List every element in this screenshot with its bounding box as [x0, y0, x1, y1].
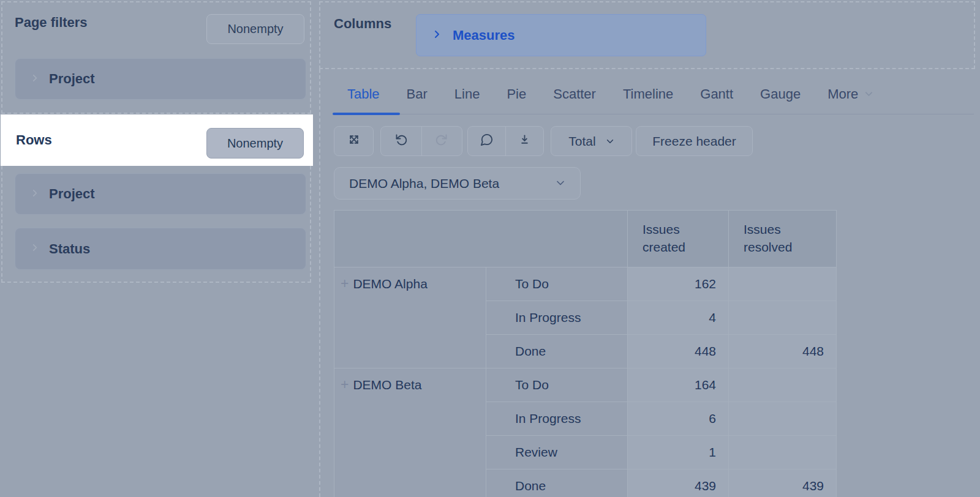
download-icon	[518, 133, 532, 150]
issues-resolved-value[interactable]	[729, 436, 837, 469]
tab-gauge[interactable]: Gauge	[760, 86, 801, 102]
page-filter-item-project[interactable]: Project	[15, 58, 306, 100]
tabs-track	[333, 114, 974, 114]
page-filters-dropzone: Page filters Nonempty Project	[1, 1, 311, 114]
expand-icon	[347, 132, 361, 150]
issues-created-value[interactable]: 164	[628, 368, 729, 402]
tab-scatter[interactable]: Scatter	[553, 86, 596, 102]
issues-created-value[interactable]: 162	[628, 267, 729, 301]
rows-dropzone: Project Status	[1, 166, 311, 283]
columns-item-measures[interactable]: Measures	[416, 14, 706, 56]
tab-line[interactable]: Line	[454, 86, 480, 102]
page-filter-value-dropdown[interactable]: DEMO Alpha, DEMO Beta	[334, 167, 581, 200]
history-button-group	[380, 126, 462, 156]
column-header-issues-created[interactable]: Issues created	[628, 211, 729, 267]
project-name: DEMO Alpha	[353, 277, 427, 291]
rows-title: Rows	[16, 132, 52, 148]
status-cell: Done	[486, 335, 628, 368]
chevron-down-icon	[606, 134, 614, 149]
project-cell[interactable]: +DEMO Alpha	[334, 267, 486, 368]
expand-plus-icon[interactable]: +	[341, 376, 349, 392]
issues-resolved-value[interactable]	[729, 301, 837, 335]
table-row: +DEMO BetaTo Do164	[334, 368, 837, 402]
column-header-issues-resolved[interactable]: Issues resolved	[729, 211, 837, 267]
status-cell: Review	[486, 436, 628, 469]
rows-nonempty-button[interactable]: Nonempty	[206, 128, 304, 159]
status-cell: In Progress	[486, 301, 628, 335]
chevron-down-icon	[864, 86, 873, 102]
rows-item-project[interactable]: Project	[15, 173, 306, 215]
project-name: DEMO Beta	[353, 378, 421, 392]
issues-created-value[interactable]: 6	[628, 402, 729, 436]
issues-resolved-value[interactable]	[729, 267, 837, 301]
undo-button[interactable]	[381, 127, 421, 155]
issues-resolved-value[interactable]: 439	[729, 469, 837, 497]
total-label: Total	[568, 134, 595, 149]
project-cell[interactable]: +DEMO Beta	[334, 368, 486, 497]
columns-title: Columns	[334, 16, 391, 32]
rows-section-highlight: Rows Nonempty	[1, 114, 313, 166]
columns-dropzone: Columns Measures	[319, 1, 975, 69]
tab-pie[interactable]: Pie	[507, 86, 526, 102]
tab-more-label: More	[827, 86, 858, 102]
view-tabs: Table Bar Line Pie Scatter Timeline Gant…	[347, 84, 873, 104]
expand-plus-icon[interactable]: +	[341, 275, 349, 291]
expand-button[interactable]	[334, 126, 374, 156]
chevron-right-icon	[432, 29, 442, 42]
dimension-label: Status	[49, 241, 90, 257]
status-cell: In Progress	[486, 402, 628, 436]
comment-button[interactable]	[468, 127, 505, 155]
share-button-group	[467, 126, 544, 156]
freeze-header-label: Freeze header	[652, 134, 736, 149]
chevron-down-icon	[556, 176, 565, 191]
status-cell: Done	[486, 469, 628, 497]
table-corner-cell	[334, 211, 628, 267]
issues-resolved-value[interactable]	[729, 402, 837, 436]
rows-item-status[interactable]: Status	[15, 228, 306, 270]
tab-table[interactable]: Table	[347, 86, 380, 102]
chevron-right-icon	[31, 189, 40, 200]
issues-created-value[interactable]: 1	[628, 436, 729, 469]
tab-bar[interactable]: Bar	[407, 86, 428, 102]
chevron-right-icon	[31, 73, 40, 85]
chevron-right-icon	[31, 243, 40, 255]
page-filters-title: Page filters	[15, 15, 88, 31]
dimension-label: Project	[49, 71, 95, 87]
issues-created-value[interactable]: 439	[628, 469, 729, 497]
table-header-row: Issues created Issues resolved	[334, 211, 837, 267]
redo-icon	[434, 132, 449, 150]
export-button[interactable]	[506, 127, 543, 155]
measures-label: Measures	[453, 28, 515, 43]
status-cell: To Do	[486, 267, 628, 301]
page-filters-nonempty-button[interactable]: Nonempty	[206, 14, 304, 44]
layout-divider	[319, 69, 320, 497]
issues-resolved-value[interactable]: 448	[729, 335, 837, 368]
redo-button[interactable]	[422, 127, 462, 155]
dimension-label: Project	[49, 186, 95, 202]
table-row: +DEMO AlphaTo Do162	[334, 267, 837, 301]
report-builder-screen: Page filters Nonempty Project Project St…	[0, 0, 980, 497]
total-dropdown-button[interactable]: Total	[551, 126, 632, 156]
tab-more[interactable]: More	[827, 86, 873, 102]
tab-gantt[interactable]: Gantt	[700, 86, 733, 102]
issues-created-value[interactable]: 448	[628, 335, 729, 368]
report-table: Issues created Issues resolved +DEMO Alp…	[334, 210, 837, 497]
active-tab-underline	[333, 113, 400, 115]
issues-resolved-value[interactable]	[729, 368, 837, 402]
comment-icon	[480, 133, 494, 150]
freeze-header-button[interactable]: Freeze header	[636, 126, 753, 156]
page-filter-value: DEMO Alpha, DEMO Beta	[349, 176, 499, 191]
issues-created-value[interactable]: 4	[628, 301, 729, 335]
tab-timeline[interactable]: Timeline	[623, 86, 673, 102]
undo-icon	[394, 132, 409, 150]
status-cell: To Do	[486, 368, 628, 402]
